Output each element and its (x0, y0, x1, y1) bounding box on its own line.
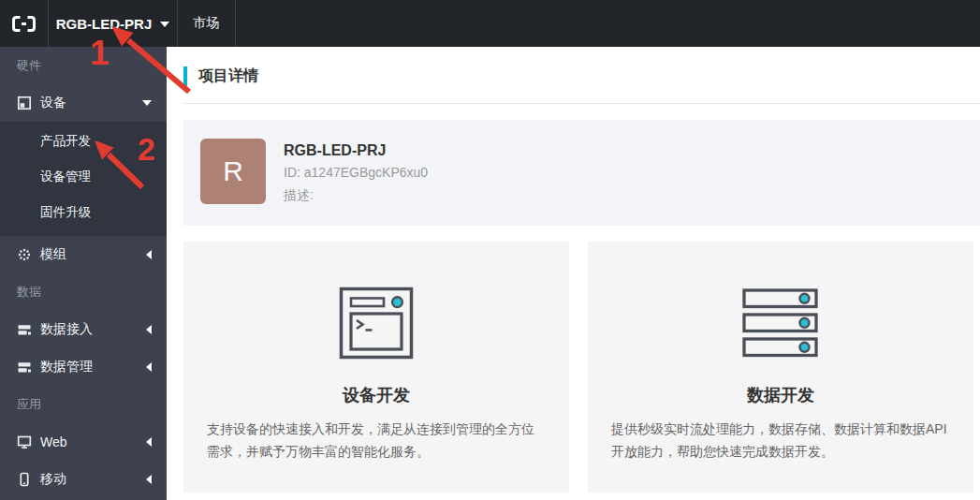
sidebar-item-product-development[interactable]: 产品开发 (0, 124, 167, 159)
chevron-left-icon (146, 362, 152, 372)
database-icon (17, 360, 32, 375)
project-selector-label: RGB-LED-PRJ (56, 16, 153, 32)
title-accent-bar (183, 66, 187, 86)
sidebar-item-device-management[interactable]: 设备管理 (0, 159, 167, 195)
app-logo[interactable] (0, 0, 49, 47)
sidebar-item-data-access[interactable]: 数据接入 (0, 311, 167, 348)
topbar: RGB-LED-PRJ 市场 (0, 0, 980, 47)
project-meta: RGB-LED-PRJ ID: a1247EGBgcKP6xu0 描述: (284, 139, 428, 226)
dotted-sphere-icon (17, 247, 32, 262)
chevron-left-icon (146, 325, 152, 334)
project-avatar: R (200, 139, 266, 204)
chevron-left-icon (146, 250, 152, 259)
section-label-application: 应用 (0, 386, 167, 423)
project-summary-card: R RGB-LED-PRJ ID: a1247EGBgcKP6xu0 描述: (183, 120, 980, 226)
chevron-left-icon (146, 475, 152, 484)
feature-title: 设备开发 (343, 384, 410, 406)
sidebar: 硬件 设备 产品开发 设备管理 固件升级 (0, 47, 167, 500)
device-development-card[interactable]: 设备开发 支持设备的快速接入和开发，满足从连接到管理的全方位需求，并赋予万物丰富… (183, 242, 569, 493)
sidebar-item-firmware-upgrade[interactable]: 固件升级 (0, 195, 167, 230)
smartphone-icon (17, 472, 32, 487)
window-icon (17, 96, 32, 110)
page-title: 项目详情 (198, 66, 258, 86)
data-development-card[interactable]: 数据开发 提供秒级实时流处理能力，数据存储、数据计算和数据API开放能力，帮助您… (588, 242, 973, 493)
sidebar-item-label: 数据管理 (40, 359, 146, 375)
app-window: RGB-LED-PRJ 市场 硬件 设备 产品开发 设备管理 固件升级 (0, 0, 980, 500)
chevron-down-icon (160, 22, 169, 27)
project-name: RGB-LED-PRJ (284, 140, 428, 161)
chevron-left-icon (146, 437, 152, 447)
tab-market[interactable]: 市场 (178, 0, 236, 47)
feature-description: 支持设备的快速接入和开发，满足从连接到管理的全方位需求，并赋予万物丰富的智能化服… (183, 418, 569, 463)
brackets-logo-icon (11, 15, 37, 33)
sidebar-item-label: Web (40, 434, 146, 449)
market-tab-label: 市场 (194, 15, 220, 32)
terminal-window-icon (339, 287, 414, 360)
project-selector-dropdown[interactable]: RGB-LED-PRJ (49, 0, 178, 47)
sidebar-item-device[interactable]: 设备 (0, 84, 167, 122)
section-label-data: 数据 (0, 273, 167, 311)
sidebar-item-label: 移动 (40, 471, 146, 488)
section-label-hardware: 硬件 (0, 47, 167, 84)
sidebar-item-label: 数据接入 (40, 321, 146, 338)
sidebar-item-mobile[interactable]: 移动 (0, 461, 167, 498)
feature-description: 提供秒级实时流处理能力，数据存储、数据计算和数据API开放能力，帮助您快速完成数… (588, 418, 973, 463)
chevron-down-icon (142, 100, 152, 106)
feature-cards: 设备开发 支持设备的快速接入和开发，满足从连接到管理的全方位需求，并赋予万物丰富… (183, 242, 973, 493)
device-submenu: 产品开发 设备管理 固件升级 (0, 122, 167, 236)
main-content: 项目详情 R RGB-LED-PRJ ID: a1247EGBgcKP6xu0 … (167, 47, 980, 500)
database-icon (17, 322, 32, 337)
project-id: ID: a1247EGBgcKP6xu0 (284, 161, 428, 184)
sidebar-item-label: 设备 (40, 95, 142, 111)
sidebar-item-web[interactable]: Web (0, 423, 167, 461)
sidebar-item-label: 模组 (40, 246, 146, 263)
server-stack-icon (742, 287, 819, 360)
sidebar-item-data-management[interactable]: 数据管理 (0, 348, 167, 386)
monitor-icon (17, 434, 32, 449)
sidebar-item-module[interactable]: 模组 (0, 236, 167, 273)
page-header: 项目详情 (183, 66, 258, 86)
project-description: 描述: (284, 184, 428, 206)
header-divider (183, 103, 980, 104)
feature-title: 数据开发 (747, 384, 814, 406)
